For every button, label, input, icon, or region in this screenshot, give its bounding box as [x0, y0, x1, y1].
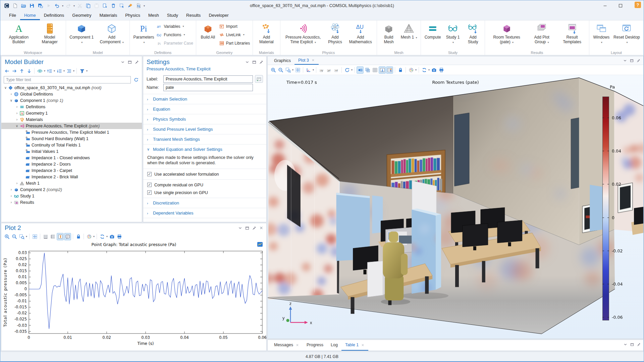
update-button[interactable]: [99, 233, 106, 240]
save-as-button[interactable]: [37, 2, 44, 9]
graphics-tab-plot-3[interactable]: Plot 3: [294, 56, 319, 65]
tree-item-definitions[interactable]: › Definitions: [1, 104, 142, 110]
axis-box-button[interactable]: [57, 233, 64, 240]
speaker-button[interactable]: [357, 66, 364, 74]
grid-rows-button[interactable]: [49, 233, 56, 240]
arrow-down-button[interactable]: [25, 67, 33, 75]
tree-item-initial-values-1[interactable]: D Initial Values 1: [1, 148, 142, 155]
checkbox-box[interactable]: ✓: [147, 183, 152, 187]
lock-button[interactable]: [397, 66, 404, 74]
list-button[interactable]: [65, 67, 72, 75]
dropdown-caret[interactable]: ▾: [93, 235, 95, 238]
tree-expander[interactable]: ›: [15, 118, 19, 121]
section-header-transient-mesh-settings[interactable]: ›Transient Mesh Settings: [143, 134, 266, 144]
tree-item-results[interactable]: › Results: [1, 199, 142, 205]
checkbox-use-accelerated-solver-formulation[interactable]: ✓Use accelerated solver formulation: [143, 170, 266, 178]
ribbon-button-add-physics[interactable]: Add Physics: [324, 22, 346, 45]
transparency-button[interactable]: [364, 66, 371, 74]
menu-tab-mesh[interactable]: Mesh: [144, 11, 163, 20]
point-graph-chart[interactable]: 00.010.020.030.040.050.060.030.0250.020.…: [1, 248, 266, 349]
checkbox-box[interactable]: ✓: [147, 190, 152, 195]
section-header-domain-selection[interactable]: ›Domain Selection: [143, 94, 266, 104]
arrow-up-button[interactable]: [18, 67, 25, 75]
ribbon-button-reset-desktop[interactable]: Reset Desktop ▾: [612, 22, 642, 45]
dropdown-caret[interactable]: ▾: [313, 68, 314, 71]
view-xz-button[interactable]: xz: [333, 66, 340, 74]
checkbox-use-single-precision-on-gpu[interactable]: ✓Use single precision on GPU: [143, 189, 266, 196]
arrow-left-button[interactable]: [3, 67, 10, 75]
menu-tab-study[interactable]: Study: [163, 11, 182, 20]
list-up-button[interactable]: [46, 67, 53, 75]
tree-item-continuity-of-total-fields-1[interactable]: D Continuity of Total Fields 1: [1, 142, 142, 148]
section-header-discretization[interactable]: ›Discretization: [143, 198, 266, 208]
ribbon-button-add-component[interactable]: Add Component ▾: [96, 22, 128, 45]
dropdown-caret[interactable]: ▾: [351, 68, 353, 71]
label-field-input[interactable]: [163, 75, 253, 83]
graphics-canvas[interactable]: Time=0.017 s Room Textures (pate) Pa 0.0…: [268, 75, 643, 339]
ribbon-button-build-all[interactable]: Build All: [198, 22, 218, 41]
menu-tab-materials[interactable]: Materials: [95, 11, 121, 20]
dropdown-caret[interactable]: ▾: [292, 68, 293, 71]
float-panel-button[interactable]: [630, 58, 634, 63]
tree-item-sound-hard-boundary-wall-1[interactable]: D Sound Hard Boundary (Wall) 1: [1, 135, 142, 142]
note-button[interactable]: [64, 233, 71, 240]
section-header-physics-symbols[interactable]: ›Physics Symbols: [143, 114, 266, 124]
ribbon-button-application-builder[interactable]: AApplication Builder: [2, 22, 36, 45]
ribbon-button-add-mathematics[interactable]: ΔUAdd Mathematics: [346, 22, 375, 45]
palette-button[interactable]: [408, 66, 415, 74]
maximize-button[interactable]: [613, 0, 628, 11]
chevron-down-panel-button[interactable]: [245, 60, 250, 64]
menu-tab-physics[interactable]: Physics: [121, 11, 144, 20]
tree-item-impedance-1-closed-windows[interactable]: Impedance 1 - Closed windows: [1, 155, 142, 161]
chevron-down-panel-button[interactable]: [238, 226, 243, 230]
bottom-tab-messages[interactable]: Messages: [270, 340, 303, 351]
tree-item-mesh-1[interactable]: › Mesh 1: [1, 180, 142, 186]
rename-button[interactable]: [255, 75, 263, 83]
tree-item-impedance-2-doors[interactable]: Impedance 2 - Doors: [1, 161, 142, 167]
grid-button[interactable]: [371, 66, 378, 74]
bottom-tab-log[interactable]: Log: [327, 340, 341, 351]
float-panel-button[interactable]: [252, 60, 257, 64]
dropdown-caret[interactable]: ▾: [106, 235, 108, 238]
tree-expander[interactable]: ›: [15, 181, 19, 185]
section-header-sound-pressure-level-settings[interactable]: ›Sound Pressure Level Settings: [143, 124, 266, 134]
zoom-in-button[interactable]: [3, 233, 10, 240]
go-to-view-button[interactable]: [305, 66, 312, 74]
section-header-model-equation-and-solver-settings[interactable]: ∨Model Equation and Solver Settings: [143, 144, 266, 154]
tree-expander[interactable]: ›: [15, 105, 19, 109]
view-xy-button[interactable]: xy: [318, 66, 325, 74]
dropdown-caret[interactable]: ▾: [63, 69, 65, 72]
tree-item-impedance-3-carpet[interactable]: Impedance 3 - Carpet: [1, 167, 142, 174]
delete-button[interactable]: [110, 2, 117, 9]
dropdown-caret[interactable]: ▾: [428, 68, 430, 71]
tree-item-study-1[interactable]: › Study 1: [1, 193, 142, 199]
tree-item-pressure-acoustics-time-explicit-model-1[interactable]: D Pressure Acoustics, Time Explicit Mode…: [1, 129, 142, 135]
tree-expander[interactable]: ∨: [9, 99, 13, 102]
camera-button[interactable]: [430, 66, 437, 74]
tree-item-office-space-63-30t0-n4-ma-out-mph[interactable]: ∨ office_space_63_30T0_N4_ma_out.mph(roo…: [1, 84, 142, 91]
ribbon-button-part-libraries[interactable]: Part Libraries: [219, 39, 250, 47]
dropdown-caret[interactable]: ▾: [44, 69, 45, 72]
dropdown-caret[interactable]: ▾: [54, 69, 55, 72]
name-field-input[interactable]: [163, 84, 253, 91]
dropdown-caret[interactable]: ▾: [62, 4, 63, 7]
open-file-button[interactable]: [20, 2, 27, 9]
filter-refresh-button[interactable]: [132, 76, 140, 83]
ribbon-button-windows[interactable]: Windows ▾: [591, 22, 612, 45]
print-button[interactable]: [116, 233, 123, 240]
dropdown-caret[interactable]: ▾: [73, 4, 75, 7]
float-panel-button[interactable]: [127, 60, 132, 64]
menu-tab-definitions[interactable]: Definitions: [40, 11, 68, 20]
ribbon-button-add-study[interactable]: Add Study: [463, 22, 483, 45]
checkbox-box[interactable]: ✓: [147, 172, 152, 176]
pin-panel-button[interactable]: [252, 226, 257, 230]
tree-item-materials[interactable]: › Materials: [1, 116, 142, 123]
ribbon-button-result-templates[interactable]: Result Templates: [557, 22, 587, 45]
update-button[interactable]: [421, 66, 428, 74]
checkbox-compute-residual-on-gpu[interactable]: ✓Compute residual on GPU: [143, 181, 266, 189]
tree-expander[interactable]: ›: [9, 194, 13, 198]
dropdown-caret[interactable]: ▾: [144, 4, 145, 7]
graphics-3d-scene[interactable]: [268, 75, 643, 339]
menu-tab-geometry[interactable]: Geometry: [68, 11, 95, 20]
camera-button[interactable]: [108, 233, 115, 240]
